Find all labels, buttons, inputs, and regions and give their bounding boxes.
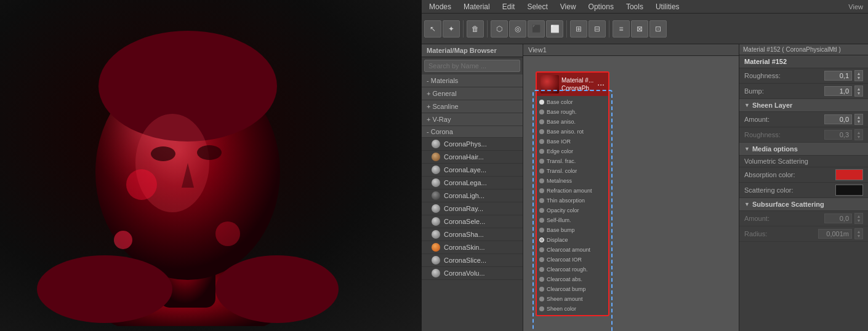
port-dot[interactable] — [539, 277, 544, 282]
port-base-rough: Base rough. — [537, 107, 608, 117]
move-tool[interactable]: ✦ — [443, 20, 460, 38]
cursor-tool[interactable]: ↖ — [424, 20, 441, 38]
sheen-amount-input[interactable] — [824, 114, 852, 124]
spinner-down[interactable]: ▼ — [857, 234, 861, 238]
tool5[interactable]: ⊞ — [570, 20, 587, 38]
port-dot[interactable] — [539, 100, 544, 105]
roughness-input[interactable] — [824, 71, 852, 81]
sub-radius-label: Radius: — [744, 230, 816, 237]
tool2[interactable]: ◎ — [509, 20, 526, 38]
sub-radius-spinner[interactable]: ▲ ▼ — [854, 228, 863, 239]
subsurface-section-header[interactable]: Subsurface Scattering — [739, 198, 868, 211]
tool8[interactable]: ⊠ — [631, 20, 648, 38]
spinner-up[interactable]: ▲ — [857, 71, 861, 76]
tool9[interactable]: ⊡ — [649, 20, 667, 38]
port-dot[interactable] — [539, 198, 544, 203]
spinner-up[interactable]: ▲ — [857, 214, 861, 218]
mat-node-menu[interactable]: ··· — [597, 79, 605, 89]
tool7[interactable]: ≡ — [613, 20, 630, 38]
corona-hair-item[interactable]: CoronaHair... — [422, 151, 523, 164]
scattering-color-swatch[interactable] — [835, 185, 863, 196]
spinner-down[interactable]: ▼ — [857, 218, 861, 223]
port-dot[interactable] — [539, 110, 544, 114]
material-node[interactable]: Material #... CoronaPh... ··· Base color… — [536, 71, 609, 316]
port-dot[interactable] — [539, 228, 544, 233]
main-panel: Modes Material Edit Select View Options … — [422, 0, 868, 331]
port-dot[interactable] — [539, 306, 544, 311]
svg-point-10 — [126, 169, 157, 200]
port-opacity: Opacity color — [537, 205, 608, 215]
port-dot[interactable] — [539, 139, 544, 144]
materials-category[interactable]: - Materials — [422, 74, 523, 87]
port-dot[interactable] — [539, 119, 544, 124]
delete-tool[interactable]: 🗑 — [467, 20, 484, 38]
menu-tools[interactable]: Tools — [624, 1, 646, 12]
menu-modes[interactable]: Modes — [427, 1, 454, 12]
bump-input[interactable] — [824, 86, 852, 96]
port-clearcoat-ior: Clearcoat IOR — [537, 255, 608, 265]
sub-amount-input[interactable] — [824, 213, 852, 223]
corona-slice-item[interactable]: CoronaSlice... — [422, 254, 523, 267]
general-category[interactable]: + General — [422, 87, 523, 100]
corona-sele-item[interactable]: CoronaSele... — [422, 215, 523, 228]
sheen-roughness-input[interactable] — [824, 130, 852, 140]
menu-options[interactable]: Options — [586, 1, 616, 12]
port-dot[interactable] — [539, 287, 544, 292]
spinner-down[interactable]: ▼ — [857, 76, 861, 80]
menu-view[interactable]: View — [558, 1, 579, 12]
spinner-up[interactable]: ▲ — [857, 87, 861, 91]
port-dot[interactable] — [539, 208, 544, 213]
bump-spinner[interactable]: ▲ ▼ — [854, 86, 863, 97]
port-dot[interactable] — [539, 129, 544, 134]
sheen-roughness-spinner[interactable]: ▲ ▼ — [854, 129, 863, 140]
port-dot[interactable] — [539, 169, 544, 173]
sub-amount-spinner[interactable]: ▲ ▼ — [854, 213, 863, 224]
sheen-amount-spinner[interactable]: ▲ ▼ — [854, 114, 863, 125]
port-dot[interactable] — [539, 257, 544, 262]
corona-legacy-item[interactable]: CoronaLega... — [422, 177, 523, 189]
corona-phys-item[interactable]: CoronaPhys... — [422, 138, 523, 151]
spinner-up[interactable]: ▲ — [857, 130, 861, 135]
vol-scatter-label-row: Volumetric Scattering — [739, 156, 868, 167]
port-dot-selected[interactable] — [539, 237, 544, 242]
port-dot[interactable] — [539, 159, 544, 164]
spinner-down[interactable]: ▼ — [857, 91, 861, 95]
tool1[interactable]: ⬡ — [491, 20, 508, 38]
menu-material[interactable]: Material — [461, 1, 492, 12]
sheen-section-header[interactable]: Sheen Layer — [739, 99, 868, 112]
corona-ray-item[interactable]: CoronaRay... — [422, 202, 523, 215]
corona-category[interactable]: - Corona — [422, 126, 523, 138]
menu-edit[interactable]: Edit — [500, 1, 518, 12]
tool4[interactable]: ⬜ — [546, 20, 563, 38]
vray-category[interactable]: + V-Ray — [422, 113, 523, 126]
port-dot[interactable] — [539, 188, 544, 193]
material-browser-panel: Material/Map Browser - Materials + Gener… — [422, 44, 523, 331]
svg-point-6 — [215, 255, 339, 323]
spinner-up[interactable]: ▲ — [857, 229, 861, 234]
corona-skin-item[interactable]: CoronaSkin... — [422, 241, 523, 254]
port-dot[interactable] — [539, 267, 544, 272]
corona-sha-item[interactable]: CoronaSha... — [422, 228, 523, 241]
scanline-category[interactable]: + Scanline — [422, 100, 523, 113]
menu-utilities[interactable]: Utilities — [653, 1, 682, 12]
corona-volu-item[interactable]: CoronaVolu... — [422, 267, 523, 280]
sub-radius-input[interactable] — [818, 229, 852, 239]
port-dot[interactable] — [539, 149, 544, 154]
absorption-color-swatch[interactable] — [835, 169, 863, 180]
port-dot[interactable] — [539, 297, 544, 301]
port-base-color: Base color — [537, 97, 608, 107]
port-dot[interactable] — [539, 247, 544, 252]
tool6[interactable]: ⊟ — [589, 20, 606, 38]
spinner-up[interactable]: ▲ — [857, 115, 861, 119]
corona-layer-item[interactable]: CoronaLaye... — [422, 164, 523, 177]
port-dot[interactable] — [539, 178, 544, 183]
media-section-header[interactable]: Media options — [739, 143, 868, 156]
port-dot[interactable] — [539, 218, 544, 223]
roughness-spinner[interactable]: ▲ ▼ — [854, 70, 863, 81]
search-input[interactable] — [424, 60, 520, 72]
spinner-down[interactable]: ▼ — [857, 119, 861, 124]
tool3[interactable]: ⬛ — [528, 20, 545, 38]
corona-light-item[interactable]: CoronaLigh... — [422, 189, 523, 202]
menu-select[interactable]: Select — [524, 1, 550, 12]
spinner-down[interactable]: ▼ — [857, 135, 861, 139]
